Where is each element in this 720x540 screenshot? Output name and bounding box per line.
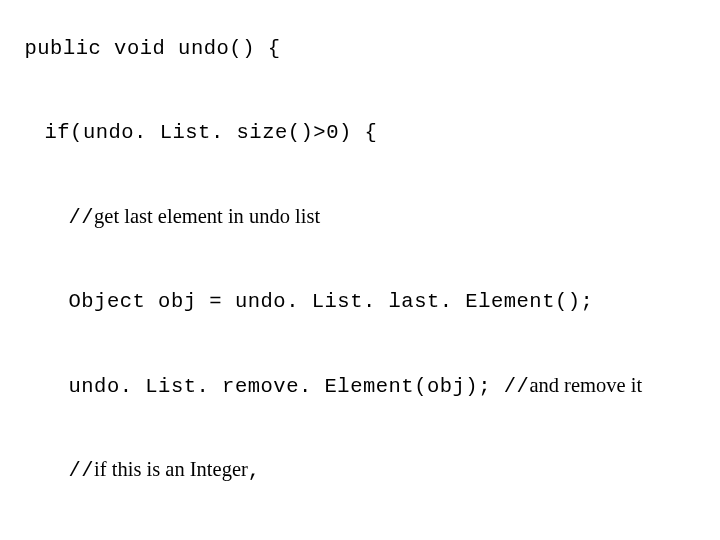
code-text: Object obj = undo. List. last. Element()…: [69, 290, 594, 313]
code-text: if(undo. List. size()>0) {: [45, 121, 378, 144]
code-line: public void undo() {: [4, 16, 716, 80]
comment-slash: //: [69, 459, 95, 482]
code-line: //the last action was a new rectangle: [4, 523, 716, 540]
code-text: undo. List. remove. Element(obj); //: [69, 375, 530, 398]
code-text: public void undo() {: [25, 37, 281, 60]
code-slide: public void undo() { if(undo. List. size…: [0, 0, 720, 540]
code-line: undo. List. remove. Element(obj); //and …: [4, 354, 716, 418]
code-line: if(undo. List. size()>0) {: [4, 101, 716, 165]
comment-text: get last element in undo list: [94, 205, 320, 227]
code-line: //get last element in undo list: [4, 185, 716, 249]
comment-slash: //: [69, 206, 95, 229]
comment-text: if this is an Integer: [94, 458, 248, 480]
code-line: //if this is an Integer,: [4, 439, 716, 503]
code-line: Object obj = undo. List. last. Element()…: [4, 270, 716, 334]
comment-text: and remove it: [529, 374, 642, 396]
code-text: ,: [248, 459, 261, 482]
